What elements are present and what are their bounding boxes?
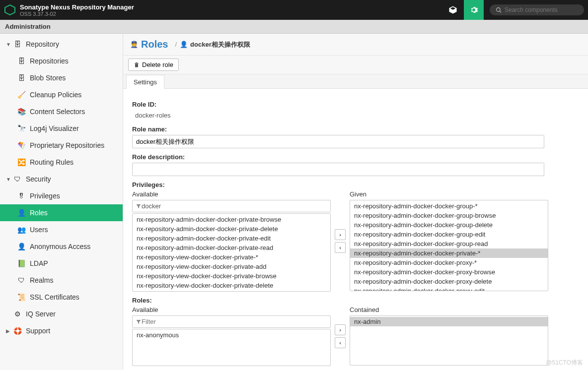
app-title: Sonatype Nexus Repository Manager bbox=[20, 3, 134, 11]
sidebar-item-blob-stores[interactable]: 🗄Blob Stores bbox=[0, 69, 123, 86]
sidebar-item-cleanup-policies[interactable]: 🧹Cleanup Policies bbox=[0, 86, 123, 103]
user-icon: 👤 bbox=[17, 243, 26, 250]
list-item[interactable]: nx-admin bbox=[350, 317, 548, 326]
role-small-icon: 👤 bbox=[180, 41, 188, 48]
list-item[interactable]: nx-repository-admin-docker-docker-group-… bbox=[350, 201, 548, 211]
breadcrumb-sub: docker相关操作权限 bbox=[190, 40, 250, 49]
list-item[interactable]: nx-repository-admin-docker-docker-group-… bbox=[350, 230, 548, 239]
nav-label: Users bbox=[30, 226, 48, 234]
priv-available-list[interactable]: nx-repository-admin-docker-docker-privat… bbox=[132, 213, 331, 292]
caret-icon: ▼ bbox=[6, 177, 11, 182]
iq-icon: ⚙ bbox=[13, 310, 22, 318]
sidebar-item-roles[interactable]: 👤Roles bbox=[0, 204, 123, 221]
list-item[interactable]: nx-repository-admin-docker-docker-proxy-… bbox=[350, 258, 548, 267]
move-left-button[interactable]: ‹ bbox=[335, 242, 346, 253]
sidebar-item-routing-rules[interactable]: 🔀Routing Rules bbox=[0, 154, 123, 171]
priv-given-list[interactable]: nx-repository-admin-docker-docker-group-… bbox=[350, 200, 548, 291]
shield-out-icon: 🛡 bbox=[17, 276, 26, 284]
role-name-label: Role name: bbox=[132, 125, 579, 133]
role-desc-label: Role description: bbox=[132, 153, 579, 161]
server-icon: 🗄 bbox=[17, 74, 26, 82]
breadcrumb-title[interactable]: Roles bbox=[141, 39, 168, 50]
svg-marker-0 bbox=[5, 5, 15, 15]
role-id-value: docker-roles bbox=[132, 110, 579, 121]
list-item[interactable]: nx-repository-admin-docker-docker-privat… bbox=[133, 243, 330, 252]
list-item[interactable]: nx-repository-admin-docker-docker-proxy-… bbox=[350, 267, 548, 277]
roles-filter-input[interactable] bbox=[142, 318, 327, 325]
list-item[interactable]: nx-repository-view-docker-docker-private… bbox=[133, 271, 330, 281]
sidebar-item-realms[interactable]: 🛡Realms bbox=[0, 272, 123, 289]
list-item[interactable]: nx-repository-view-docker-docker-private… bbox=[133, 281, 330, 290]
book-icon: 📗 bbox=[17, 259, 26, 267]
list-item[interactable]: nx-repository-admin-docker-docker-group-… bbox=[350, 211, 548, 220]
move-right-button[interactable]: › bbox=[335, 324, 346, 335]
cube-icon[interactable] bbox=[443, 0, 463, 20]
sidebar-item-repository[interactable]: ▼🗄Repository bbox=[0, 36, 123, 53]
nav-label: Support bbox=[26, 327, 50, 335]
search-box[interactable] bbox=[490, 4, 584, 15]
search-input[interactable] bbox=[505, 6, 578, 13]
role-id-label: Role ID: bbox=[132, 101, 579, 108]
role-desc-input[interactable] bbox=[132, 163, 544, 176]
svg-line-2 bbox=[500, 11, 501, 12]
nav-label: SSL Certificates bbox=[30, 293, 79, 301]
priv-filter[interactable] bbox=[132, 200, 331, 212]
layers-icon: 📚 bbox=[17, 108, 26, 116]
nav-label: Anonymous Access bbox=[30, 243, 90, 250]
roles-label: Roles: bbox=[132, 297, 579, 304]
sidebar-item-anonymous-access[interactable]: 👤Anonymous Access bbox=[0, 238, 123, 255]
roles-available-list[interactable]: nx-anonymous bbox=[132, 329, 331, 366]
role-name-input[interactable] bbox=[132, 135, 544, 148]
list-item[interactable]: nx-repository-admin-docker-docker-proxy-… bbox=[350, 286, 548, 291]
sidebar-item-security[interactable]: ▼🛡Security bbox=[0, 171, 123, 187]
nav-label: Content Selectors bbox=[30, 108, 85, 116]
sidebar-item-privileges[interactable]: 🎖Privileges bbox=[0, 187, 123, 204]
nav-label: Privileges bbox=[30, 192, 60, 200]
roles-filter[interactable] bbox=[132, 315, 331, 328]
nav-label: Cleanup Policies bbox=[30, 91, 81, 99]
sidebar-item-content-selectors[interactable]: 📚Content Selectors bbox=[0, 103, 123, 120]
sidebar-item-support[interactable]: ▶🛟Support bbox=[0, 322, 123, 339]
tab-settings[interactable]: Settings bbox=[126, 75, 164, 89]
sidebar-item-proprietary-repositories[interactable]: 🪁Proprietary Repositories bbox=[0, 137, 123, 154]
move-right-button[interactable]: › bbox=[335, 229, 346, 240]
sidebar-item-ldap[interactable]: 📗LDAP bbox=[0, 255, 123, 272]
priv-move-buttons: › ‹ bbox=[331, 228, 350, 254]
nav-label: Log4j Visualizer bbox=[30, 124, 79, 132]
nav-label: Proprietary Repositories bbox=[30, 141, 104, 149]
list-item[interactable]: nx-repository-admin-docker-docker-privat… bbox=[133, 224, 330, 234]
gear-icon[interactable] bbox=[464, 0, 484, 20]
sidebar-item-iq-server[interactable]: ⚙IQ Server bbox=[0, 306, 123, 322]
list-item[interactable]: nx-repository-admin-docker-docker-privat… bbox=[133, 215, 330, 224]
nav-label: Roles bbox=[30, 209, 48, 217]
nav-label: Repository bbox=[26, 40, 59, 48]
list-item[interactable]: nx-repository-admin-docker-docker-group-… bbox=[350, 239, 548, 248]
list-item[interactable]: nx-repository-admin-docker-docker-privat… bbox=[350, 248, 548, 258]
sidebar-item-ssl-certificates[interactable]: 📜SSL Certificates bbox=[0, 289, 123, 306]
binoculars-icon: 🔭 bbox=[17, 124, 26, 132]
caret-icon: ▶ bbox=[6, 328, 11, 334]
form: Role ID: docker-roles Role name: Role de… bbox=[123, 89, 588, 370]
delete-role-button[interactable]: Delete role bbox=[128, 59, 179, 71]
users-icon: 👥 bbox=[17, 226, 26, 234]
list-item[interactable]: nx-repository-view-docker-docker-private… bbox=[133, 252, 330, 262]
app-title-block: Sonatype Nexus Repository Manager OSS 3.… bbox=[20, 3, 134, 17]
sidebar-item-users[interactable]: 👥Users bbox=[0, 221, 123, 238]
list-item[interactable]: nx-repository-admin-docker-docker-group-… bbox=[350, 220, 548, 230]
sidebar-item-repositories[interactable]: 🗄Repositories bbox=[0, 53, 123, 69]
list-item[interactable]: nx-repository-admin-docker-docker-privat… bbox=[133, 234, 330, 243]
sidebar-item-log4j-visualizer[interactable]: 🔭Log4j Visualizer bbox=[0, 120, 123, 137]
move-left-button[interactable]: ‹ bbox=[335, 337, 346, 348]
priv-filter-input[interactable] bbox=[142, 202, 327, 210]
life-ring-icon: 🛟 bbox=[13, 327, 22, 335]
filter-icon bbox=[136, 319, 142, 325]
nav-label: IQ Server bbox=[26, 310, 56, 318]
contained-label: Contained bbox=[350, 306, 548, 313]
list-item[interactable]: nx-repository-admin-docker-docker-proxy-… bbox=[350, 277, 548, 286]
list-item[interactable]: nx-anonymous bbox=[133, 330, 330, 340]
nav-label: Blob Stores bbox=[30, 74, 66, 82]
nav-label: Routing Rules bbox=[30, 158, 74, 166]
roles-contained-list[interactable]: nx-admin bbox=[350, 315, 548, 366]
privileges-label: Privileges: bbox=[132, 181, 579, 188]
list-item[interactable]: nx-repository-view-docker-docker-private… bbox=[133, 262, 330, 271]
